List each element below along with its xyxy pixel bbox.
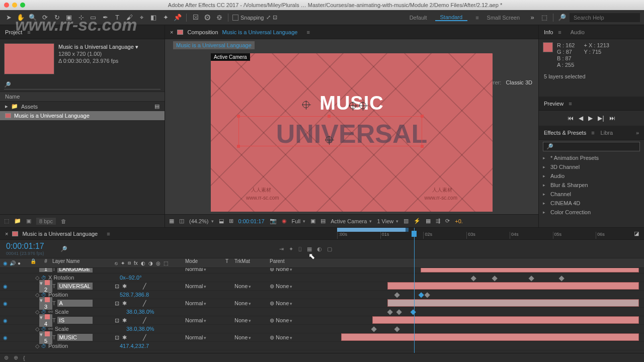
- solo-column-icon[interactable]: ●: [18, 260, 21, 266]
- toggle-transparency-icon[interactable]: ◫: [179, 218, 184, 224]
- close-window-button[interactable]: [4, 3, 9, 8]
- panel-menu-icon[interactable]: ≡: [591, 130, 594, 136]
- project-search-input[interactable]: 🔎: [4, 80, 160, 89]
- property-row[interactable]: ◇ ⏱ X Rotation 0x–92.0°: [0, 274, 644, 282]
- layer-name[interactable]: LANGUAGE: [57, 268, 93, 273]
- workspace-overflow-icon[interactable]: »: [528, 13, 537, 22]
- property-value[interactable]: 38.0,38.0%: [126, 309, 154, 315]
- label-color[interactable]: [45, 331, 50, 336]
- workspace-menu-icon[interactable]: ≡: [475, 15, 478, 21]
- brush-tool[interactable]: 🖌: [125, 13, 134, 22]
- parent-dropdown[interactable]: None: [276, 317, 292, 323]
- selection-handle[interactable]: [421, 145, 424, 148]
- layer-row[interactable]: ◉ ▾ 3 T A ⊡✱╱ Normal None ⊚ None: [0, 299, 644, 308]
- grid-icon[interactable]: ▦: [169, 218, 174, 224]
- clone-tool[interactable]: ⌖: [137, 13, 146, 22]
- effects-category[interactable]: 3D Channel: [539, 162, 644, 171]
- blend-mode-dropdown[interactable]: Normal: [185, 300, 225, 306]
- zoom-tool[interactable]: 🔍: [28, 13, 37, 22]
- first-frame-button[interactable]: ⏮: [568, 115, 574, 122]
- effects-category[interactable]: Channel: [539, 190, 644, 199]
- zoom-window-button[interactable]: [20, 3, 25, 8]
- viewer-timecode[interactable]: 0:00:01:17: [238, 218, 265, 224]
- toggle-in-out-icon[interactable]: {: [23, 355, 25, 361]
- anchor-point-icon[interactable]: [326, 136, 333, 143]
- property-row[interactable]: ◇ ⏱ ⚯ Scale 38.0,38.0%: [0, 325, 644, 333]
- workspace-small-screen[interactable]: Small Screen: [482, 15, 525, 21]
- property-value[interactable]: 528.7,386.8: [120, 292, 149, 298]
- selection-handle[interactable]: [237, 115, 240, 118]
- time-ruler[interactable]: :00s 01s 02s 03s 04s 05s 06s: [337, 228, 639, 239]
- new-folder-icon[interactable]: 📁: [14, 218, 21, 224]
- effects-category[interactable]: Color Correction: [539, 208, 644, 217]
- help-search-input[interactable]: [570, 13, 640, 22]
- shape-tool[interactable]: ▭: [89, 13, 98, 22]
- keyframe-nav-icon[interactable]: ◇: [35, 275, 39, 281]
- workspace-standard[interactable]: Standard: [435, 14, 468, 21]
- toggle-modes-icon[interactable]: ⊕: [14, 354, 18, 361]
- libraries-tab[interactable]: Libra: [601, 130, 613, 136]
- trkmat-dropdown[interactable]: None: [234, 317, 270, 323]
- 3d-view-dropdown[interactable]: Active Camera: [331, 218, 372, 224]
- property-row[interactable]: ◇ ⏱ Position 528.7,386.8: [0, 291, 644, 299]
- workspace-default[interactable]: Default: [405, 15, 432, 21]
- blend-mode-dropdown[interactable]: Normal: [185, 268, 225, 272]
- label-color[interactable]: [45, 297, 50, 302]
- selection-handle[interactable]: [328, 115, 331, 118]
- play-button[interactable]: ▶: [588, 115, 593, 122]
- parent-pickwhip-icon[interactable]: ⊚: [270, 334, 274, 340]
- flowchart-icon[interactable]: ⇶: [436, 218, 440, 224]
- selection-tool[interactable]: ➤: [4, 13, 13, 22]
- effects-category[interactable]: * Animation Presets: [539, 153, 644, 162]
- viewer-area[interactable]: Active Camera MUSIC UNIVERSAL 人人素材 www.: [165, 51, 538, 214]
- video-toggle[interactable]: ◉: [3, 284, 8, 289]
- label-color[interactable]: [45, 280, 50, 285]
- rotate-tool[interactable]: ↻: [52, 13, 61, 22]
- minimize-window-button[interactable]: [12, 3, 17, 8]
- project-thumbnail[interactable]: [4, 43, 54, 74]
- trash-icon[interactable]: 🗑: [61, 218, 66, 224]
- effects-category[interactable]: Audio: [539, 171, 644, 180]
- parent-dropdown[interactable]: None: [276, 334, 292, 340]
- folder-expand-icon[interactable]: ▸: [5, 103, 8, 110]
- label-color[interactable]: [45, 314, 50, 319]
- property-value[interactable]: 38.0,38.0%: [126, 326, 154, 332]
- panel-menu-icon[interactable]: ≡: [27, 29, 30, 35]
- info-tab[interactable]: Info: [544, 29, 553, 35]
- blend-mode-dropdown[interactable]: Normal: [185, 334, 225, 340]
- timeline-icon[interactable]: ▦: [426, 218, 431, 224]
- timeline-search-icon[interactable]: 🔎: [60, 246, 67, 252]
- blend-mode-dropdown[interactable]: Normal: [185, 317, 225, 323]
- panel-menu-icon[interactable]: ≡: [558, 29, 561, 35]
- world-axis-icon[interactable]: ⮿: [203, 13, 212, 22]
- trkmat-dropdown[interactable]: None: [234, 300, 270, 306]
- pixel-aspect-icon[interactable]: ▥: [404, 218, 409, 224]
- anchor-point-icon[interactable]: [349, 102, 356, 109]
- shy-icon[interactable]: ⌷: [298, 246, 302, 252]
- channel-icon[interactable]: ◉: [282, 218, 287, 224]
- effects-category[interactable]: CINEMA 4D: [539, 199, 644, 208]
- motion-blur-icon[interactable]: ◐: [317, 246, 322, 252]
- snap-extra2-icon[interactable]: ⊡: [273, 14, 277, 21]
- layer-row[interactable]: ◉ ▾ 5 T MUSIC ⊡✱╱ Normal None ⊚ None: [0, 333, 644, 342]
- keyframe-nav-icon[interactable]: ◇: [35, 309, 39, 315]
- blend-mode-dropdown[interactable]: Normal: [185, 283, 225, 289]
- composition-flowchart-bar[interactable]: Music is a Universal Language: [165, 39, 538, 51]
- resolution-dropdown[interactable]: Full: [292, 218, 306, 224]
- frame-blend-icon[interactable]: ▦: [307, 246, 312, 252]
- snap-extra-icon[interactable]: ⤢: [266, 14, 271, 21]
- exposure-value[interactable]: +0.: [455, 218, 463, 224]
- video-toggle[interactable]: ◉: [3, 318, 8, 323]
- guides-icon[interactable]: ⊞: [229, 218, 233, 224]
- video-toggle[interactable]: ◉: [3, 301, 8, 306]
- composition-canvas[interactable]: Active Camera MUSIC UNIVERSAL 人人素材 www.: [211, 53, 493, 212]
- magnification-dropdown[interactable]: (44.2%): [189, 218, 214, 224]
- snapshot-icon[interactable]: 📷: [270, 218, 277, 224]
- property-value[interactable]: 0x–92.0°: [120, 275, 142, 281]
- panel-menu-icon[interactable]: ≡: [306, 29, 309, 35]
- hand-tool[interactable]: ✋: [16, 13, 25, 22]
- anchor-point-icon[interactable]: [302, 101, 309, 108]
- property-row[interactable]: ◇ ⏱ ⚯ Scale 38.0,38.0%: [0, 308, 644, 316]
- roi-icon[interactable]: ▣: [310, 218, 315, 224]
- project-comp-item[interactable]: Music is a Universal Language: [0, 111, 165, 120]
